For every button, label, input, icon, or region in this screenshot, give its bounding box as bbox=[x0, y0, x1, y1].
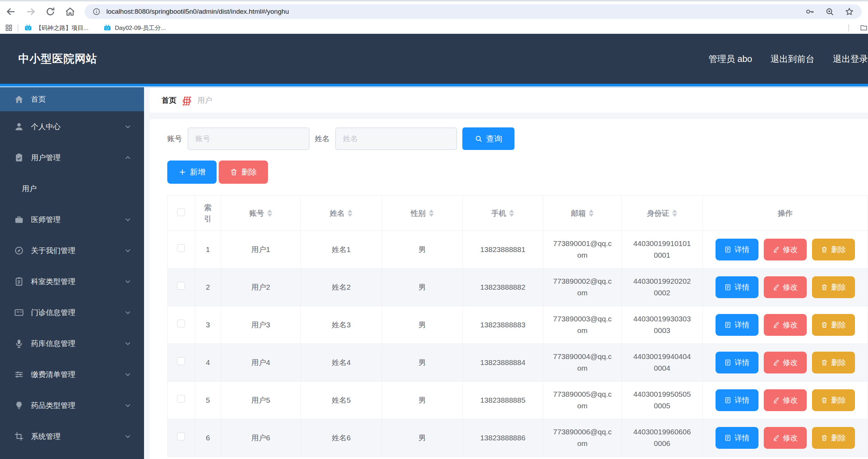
row-checkbox[interactable] bbox=[177, 357, 185, 365]
sidebar-item-11[interactable]: 系统管理 bbox=[0, 421, 144, 452]
sidebar-item-label: 个人中心 bbox=[31, 122, 61, 132]
row-delete-button[interactable]: 删除 bbox=[812, 427, 855, 449]
cell-phone: 13823888885 bbox=[462, 382, 543, 419]
row-checkbox[interactable] bbox=[177, 395, 185, 403]
apps-grid-icon[interactable] bbox=[5, 24, 13, 32]
sort-caret-icon[interactable] bbox=[348, 209, 352, 217]
sidebar-item-0[interactable]: 首页 bbox=[0, 87, 144, 111]
header-cell-phone[interactable]: 手机 bbox=[462, 196, 543, 231]
row-edit-button[interactable]: 修改 bbox=[764, 427, 807, 449]
doc-icon bbox=[724, 359, 731, 366]
bookmark-star-icon[interactable] bbox=[845, 7, 854, 16]
column-label: 账号 bbox=[249, 208, 264, 218]
sidebar-item-7[interactable]: 门诊信息管理 bbox=[0, 297, 144, 328]
cell-idcard: 440300199606060006 bbox=[622, 419, 702, 457]
add-button[interactable]: 新增 bbox=[167, 161, 217, 184]
header-cell-account[interactable]: 账号 bbox=[221, 196, 301, 231]
sort-caret-icon[interactable] bbox=[672, 209, 677, 217]
sidebar-item-4[interactable]: 医师管理 bbox=[0, 204, 144, 235]
row-delete-button[interactable]: 删除 bbox=[812, 314, 855, 336]
row-checkbox[interactable] bbox=[177, 282, 185, 290]
sort-caret-icon[interactable] bbox=[509, 209, 514, 217]
sidebar-item-9[interactable]: 缴费清单管理 bbox=[0, 359, 144, 390]
sidebar-item-6[interactable]: 科室类型管理 bbox=[0, 266, 144, 297]
forward-icon[interactable] bbox=[25, 6, 36, 17]
header-cell-gender[interactable]: 性别 bbox=[382, 196, 463, 231]
sidebar-item-8[interactable]: 药库信息管理 bbox=[0, 328, 144, 359]
header-link[interactable]: 退出登录 bbox=[833, 53, 868, 65]
main-layout: 首页 个人中心 用户管理 用户 医师管理 关于我们管理 bbox=[0, 87, 868, 459]
header-link[interactable]: 管理员 abo bbox=[708, 53, 752, 65]
row-detail-button[interactable]: 详情 bbox=[716, 389, 758, 411]
reload-icon[interactable] bbox=[45, 6, 56, 17]
sidebar-item-2[interactable]: 用户管理 bbox=[0, 142, 144, 173]
sidebar-item-5[interactable]: 关于我们管理 bbox=[0, 235, 144, 266]
sort-caret-icon[interactable] bbox=[429, 209, 434, 217]
table-row: 4 用户4 姓名4 男 13823888884 773890004@qq.com… bbox=[168, 344, 868, 382]
header-link[interactable]: 退出到前台 bbox=[770, 53, 814, 65]
row-detail-button[interactable]: 详情 bbox=[716, 352, 758, 373]
cell-actions: 详情 修改 删除 bbox=[702, 306, 868, 344]
row-detail-button[interactable]: 详情 bbox=[716, 276, 758, 298]
batch-delete-button[interactable]: 删除 bbox=[219, 161, 268, 184]
name-input[interactable] bbox=[335, 127, 457, 150]
row-edit-button[interactable]: 修改 bbox=[764, 314, 807, 336]
sidebar-item-1[interactable]: 个人中心 bbox=[0, 111, 144, 142]
back-icon[interactable] bbox=[6, 6, 16, 17]
row-delete-button[interactable]: 删除 bbox=[812, 239, 855, 260]
row-detail-button[interactable]: 详情 bbox=[716, 427, 758, 449]
row-detail-button[interactable]: 详情 bbox=[716, 314, 758, 336]
cell-idcard: 440300199101010001 bbox=[622, 231, 702, 269]
zoom-icon[interactable] bbox=[825, 7, 834, 16]
sidebar-item-10[interactable]: 药品类型管理 bbox=[0, 390, 144, 421]
address-bar[interactable]: localhost:8080/springbootil5n0/admin/dis… bbox=[85, 4, 862, 19]
sidebar-item-label: 首页 bbox=[31, 94, 46, 104]
sliders-icon bbox=[14, 370, 24, 379]
header-cell-name[interactable]: 姓名 bbox=[300, 196, 382, 231]
cell-name: 姓名1 bbox=[300, 231, 382, 269]
query-button[interactable]: 查询 bbox=[462, 127, 514, 150]
sidebar-item-label: 药库信息管理 bbox=[31, 339, 75, 348]
row-delete-button[interactable]: 删除 bbox=[812, 389, 855, 411]
chevron-down-icon bbox=[124, 339, 132, 348]
chevron-down-icon bbox=[124, 277, 132, 286]
site-info-icon[interactable] bbox=[92, 7, 101, 16]
sort-caret-icon[interactable] bbox=[267, 209, 272, 217]
doc-icon bbox=[724, 397, 731, 404]
pen-icon bbox=[773, 434, 780, 441]
select-all-checkbox[interactable] bbox=[177, 208, 185, 216]
row-edit-button[interactable]: 修改 bbox=[764, 352, 807, 373]
row-edit-button[interactable]: 修改 bbox=[764, 276, 807, 298]
sidebar-item-3[interactable]: 用户 bbox=[0, 173, 144, 204]
trash-icon bbox=[821, 284, 828, 291]
other-bookmarks-folder-icon[interactable] bbox=[860, 24, 868, 32]
bookmark-item[interactable]: 【码神之路】项目... bbox=[24, 24, 88, 32]
search-icon bbox=[475, 135, 482, 143]
account-input[interactable] bbox=[188, 127, 310, 150]
sort-caret-icon[interactable] bbox=[589, 209, 594, 217]
tv-icon bbox=[103, 24, 112, 32]
cell-gender: 男 bbox=[382, 419, 463, 457]
cell-phone: 13823888886 bbox=[462, 419, 543, 457]
password-key-icon[interactable] bbox=[805, 7, 814, 16]
breadcrumb-home[interactable]: 首页 bbox=[162, 95, 176, 105]
row-checkbox[interactable] bbox=[177, 320, 185, 327]
breadcrumb-separator-glyph: ∰ bbox=[182, 95, 192, 106]
cell-actions: 详情 修改 删除 bbox=[702, 419, 868, 457]
row-delete-button[interactable]: 删除 bbox=[812, 276, 855, 298]
chevron-down-icon bbox=[124, 432, 132, 441]
row-delete-button[interactable]: 删除 bbox=[812, 352, 855, 373]
cell-name: 姓名4 bbox=[300, 344, 382, 382]
row-edit-button[interactable]: 修改 bbox=[764, 389, 807, 411]
row-edit-button[interactable]: 修改 bbox=[764, 239, 807, 260]
browser-home-icon[interactable] bbox=[65, 6, 75, 17]
row-checkbox[interactable] bbox=[177, 244, 185, 252]
chevron-down-icon bbox=[124, 215, 132, 224]
cell-gender: 男 bbox=[382, 306, 463, 344]
header-cell-idcard[interactable]: 身份证 bbox=[622, 196, 702, 231]
bookmark-item[interactable]: Day02-09-员工分... bbox=[103, 24, 166, 32]
cell-account: 用户3 bbox=[221, 306, 301, 344]
header-cell-email[interactable]: 邮箱 bbox=[543, 196, 622, 231]
row-checkbox[interactable] bbox=[177, 433, 185, 440]
row-detail-button[interactable]: 详情 bbox=[716, 239, 758, 260]
